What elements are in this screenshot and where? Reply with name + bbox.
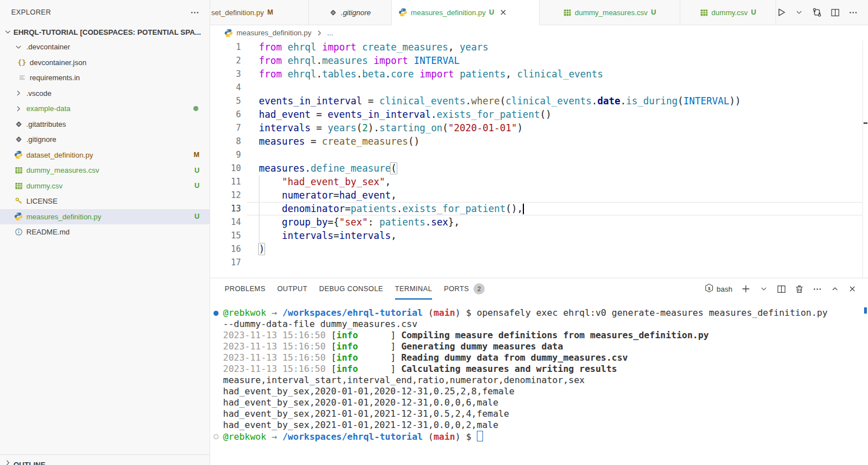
code-text: from ehrql import create_measures, years [241, 40, 489, 54]
panel-tab-problems[interactable]: PROBLEMS [220, 278, 271, 300]
panel-tab-label: PROBLEMS [225, 285, 266, 293]
workspace-section-header[interactable]: EHRQL-TUTORIAL [CODESPACES: POTENTIAL SP… [0, 25, 210, 39]
panel-actions: $ bash [704, 283, 868, 294]
line-number: 1 [210, 40, 241, 54]
breadcrumb[interactable]: measures_definition.py ... [210, 25, 868, 40]
file-label: measures_definition.py [26, 213, 101, 221]
terminal-line: had_event_by_sex,2021-01-01,2021-12-31,0… [210, 408, 868, 420]
file-label: .devcontainer [26, 43, 70, 51]
close-icon[interactable] [499, 8, 508, 17]
code-text: had_event = events_in_interval.exists_fo… [241, 108, 551, 121]
sidebar-item-dataset-definition-py[interactable]: dataset_definition.pyM [0, 148, 210, 163]
line-number: 9 [210, 148, 241, 162]
sidebar-item-license[interactable]: LICENSE [0, 194, 210, 209]
file-label: example-data [26, 104, 71, 113]
shell-selector[interactable]: $ bash [704, 283, 732, 294]
tab-label: measures_definition.py [411, 8, 486, 17]
panel-tab-label: DEBUG CONSOLE [319, 285, 383, 293]
code-text: denominator=patients.exists_for_patient(… [241, 202, 524, 215]
chevron-right-icon [315, 29, 324, 38]
sidebar-item-dummy-csv[interactable]: dummy.csvU [0, 178, 210, 194]
code-line-7: 7intervals = years(2).starting_on("2020-… [210, 121, 868, 135]
tab-dummy-csv[interactable]: dummy.csvU [680, 0, 776, 25]
sidebar-item--gitattributes[interactable]: .gitattributes [0, 117, 210, 132]
line-number: 14 [210, 215, 241, 229]
command-decoration-pending[interactable] [213, 434, 219, 439]
sidebar-item-devcontainer-json[interactable]: {}devcontainer.json [0, 55, 210, 71]
git-status-badge: M [194, 151, 199, 159]
csv-icon [700, 8, 708, 17]
sidebar-item-example-data[interactable]: example-data [0, 101, 210, 117]
command-decoration-run[interactable] [213, 311, 219, 316]
code-text: intervals=intervals, [241, 229, 397, 242]
plus-button[interactable] [741, 284, 751, 294]
chevron-down-icon [13, 43, 24, 52]
tab--gitignore[interactable]: .gitignore [309, 0, 392, 25]
breadcrumb-tail[interactable]: ... [327, 29, 333, 37]
braces-icon: {} [17, 58, 27, 67]
terminal-cursor [477, 431, 483, 441]
file-label: README.md [26, 228, 69, 236]
trash-button[interactable] [795, 284, 804, 294]
close-button[interactable] [848, 284, 857, 293]
text-cursor [523, 204, 524, 214]
code-editor[interactable]: 1from ehrql import create_measures, year… [210, 40, 868, 278]
file-label: .vscode [26, 89, 52, 98]
explorer-more-icon[interactable] [190, 8, 199, 17]
sidebar-item--vscode[interactable]: .vscode [0, 86, 210, 102]
code-line-1: 1from ehrql import create_measures, year… [210, 40, 868, 54]
outline-section-header[interactable]: OUTLINE [0, 454, 210, 465]
line-number: 3 [210, 67, 241, 81]
more-button[interactable] [848, 8, 858, 17]
tab-set-definition-py[interactable]: set_definition.pyM [210, 0, 309, 25]
chevron-down-button[interactable] [795, 8, 804, 17]
workspace-root-label: EHRQL-TUTORIAL [CODESPACES: POTENTIAL SP… [13, 28, 201, 36]
terminal-line: @rebkwok → /workspaces/ehrql-tutorial (m… [210, 431, 868, 442]
git-icon [13, 135, 24, 144]
python-icon [224, 29, 233, 38]
open-changes-button[interactable] [812, 7, 822, 17]
terminal-line: had_event_by_sex,2020-01-01,2020-12-31,0… [210, 397, 868, 408]
bash-icon: $ [704, 283, 714, 294]
line-number: 10 [210, 162, 241, 175]
split-button[interactable] [777, 284, 786, 294]
code-text: events_in_interval = clinical_events.whe… [241, 94, 741, 108]
sidebar-item-readme-md[interactable]: README.md [0, 224, 210, 240]
panel-tab-ports[interactable]: PORTS2 [439, 278, 490, 300]
tab-label: .gitignore [341, 8, 370, 17]
panel-tab-label: OUTPUT [277, 285, 308, 293]
git-status-badge: M [267, 8, 273, 16]
sidebar-item-measures-definition-py[interactable]: measures_definition.pyU [0, 209, 210, 225]
split-button[interactable] [830, 8, 840, 17]
file-tree: .devcontainer{}devcontainer.jsonrequirem… [0, 39, 210, 240]
tab-measures-definition-py[interactable]: measures_definition.pyU [392, 0, 539, 25]
sidebar-item--devcontainer[interactable]: .devcontainer [0, 39, 210, 55]
code-line-13: 13 denominator=patients.exists_for_patie… [210, 202, 868, 215]
panel-tab-terminal[interactable]: TERMINAL [390, 278, 437, 300]
breadcrumb-file[interactable]: measures_definition.py [236, 29, 312, 37]
outline-label: OUTLINE [13, 461, 45, 465]
code-text [241, 81, 259, 94]
chevron-up-button[interactable] [830, 284, 839, 293]
run-button[interactable] [776, 7, 786, 17]
terminal-line: --dummy-data-file dummy_measures.csv [210, 319, 868, 330]
more-button[interactable] [813, 284, 822, 294]
sidebar-item-requirements-in[interactable]: requirements.in [0, 70, 210, 86]
panel-tabs: PROBLEMSOUTPUTDEBUG CONSOLETERMINALPORTS… [220, 278, 491, 300]
panel-tab-label: TERMINAL [395, 285, 432, 293]
sidebar-item--gitignore[interactable]: .gitignore [0, 132, 210, 148]
terminal[interactable]: @rebkwok → /workspaces/ehrql-tutorial (m… [210, 307, 868, 465]
panel-tab-output[interactable]: OUTPUT [272, 278, 313, 300]
tab-dummy-measures-csv[interactable]: dummy_measures.csvU [540, 0, 680, 25]
git-icon [329, 8, 337, 17]
explorer-sidebar: EXPLORER EHRQL-TUTORIAL [CODESPACES: POT… [0, 0, 210, 465]
chevron-down-button[interactable] [759, 284, 768, 293]
panel-action-buttons [741, 284, 857, 294]
file-label: .gitignore [26, 135, 56, 144]
code-line-10: 10measures.define_measure( [210, 162, 868, 175]
sidebar-item-dummy-measures-csv[interactable]: dummy_measures.csvU [0, 163, 210, 178]
code-line-14: 14 group_by={"sex": patients.sex}, [210, 215, 868, 229]
panel-tab-debug-console[interactable]: DEBUG CONSOLE [314, 278, 388, 300]
git-status-badge: U [194, 213, 199, 220]
chevron-right-icon [3, 458, 12, 465]
